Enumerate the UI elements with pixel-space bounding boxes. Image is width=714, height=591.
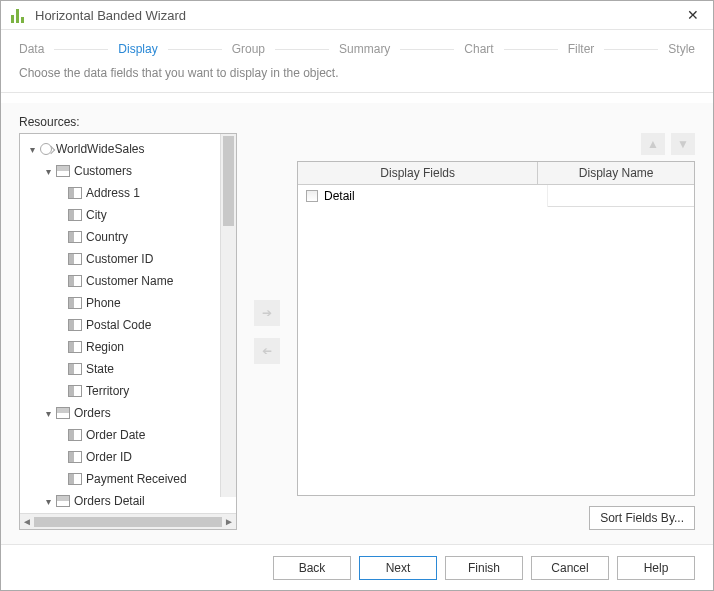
field-icon xyxy=(68,209,82,221)
help-button[interactable]: Help xyxy=(617,556,695,580)
resources-tree[interactable]: ▾WorldWideSales ▾Customers Address 1 Cit… xyxy=(19,133,237,530)
scroll-left-icon[interactable]: ◄ xyxy=(22,516,32,527)
tree-field[interactable]: Postal Code xyxy=(22,314,234,336)
tree-field[interactable]: City xyxy=(22,204,234,226)
tree-field[interactable]: Payment Received xyxy=(22,468,234,490)
field-icon xyxy=(68,363,82,375)
step-group[interactable]: Group xyxy=(232,42,265,56)
tree-field[interactable]: Address 1 xyxy=(22,182,234,204)
field-icon xyxy=(68,231,82,243)
grid-cell-label: Detail xyxy=(324,189,355,203)
tree-node-customers[interactable]: ▾Customers xyxy=(22,160,234,182)
grid-cell-name[interactable] xyxy=(548,185,694,207)
field-icon xyxy=(68,253,82,265)
tree-root[interactable]: ▾WorldWideSales xyxy=(22,138,234,160)
arrow-down-icon: ▼ xyxy=(677,137,689,151)
titlebar: Horizontal Banded Wizard ✕ xyxy=(1,1,713,30)
tree-field[interactable]: Customer Name xyxy=(22,270,234,292)
arrow-up-icon: ▲ xyxy=(647,137,659,151)
tree-field[interactable]: State xyxy=(22,358,234,380)
instruction-text: Choose the data fields that you want to … xyxy=(1,64,713,93)
step-chart[interactable]: Chart xyxy=(464,42,493,56)
database-icon xyxy=(40,143,52,155)
cancel-button[interactable]: Cancel xyxy=(531,556,609,580)
wizard-footer: Back Next Finish Cancel Help xyxy=(1,544,713,590)
arrow-right-icon: ➔ xyxy=(262,306,272,320)
grid-header-name: Display Name xyxy=(538,162,694,184)
content-area: Resources: ▾WorldWideSales ▾Customers Ad… xyxy=(1,103,713,544)
field-icon xyxy=(68,319,82,331)
display-fields-grid[interactable]: Display Fields Display Name Detail xyxy=(297,161,695,496)
field-icon xyxy=(68,187,82,199)
tree-field[interactable]: Order Date xyxy=(22,424,234,446)
step-filter[interactable]: Filter xyxy=(568,42,595,56)
tree-field[interactable]: Order ID xyxy=(22,446,234,468)
move-down-button[interactable]: ▼ xyxy=(671,133,695,155)
next-button[interactable]: Next xyxy=(359,556,437,580)
grid-header-fields: Display Fields xyxy=(298,162,538,184)
transfer-buttons: ➔ ➔ xyxy=(251,133,283,530)
tree-horizontal-scrollbar[interactable]: ◄► xyxy=(20,513,236,529)
window-title: Horizontal Banded Wizard xyxy=(35,8,683,23)
wizard-steps: Data Display Group Summary Chart Filter … xyxy=(1,30,713,64)
grid-row[interactable]: Detail xyxy=(298,185,694,207)
tree-vertical-scrollbar[interactable] xyxy=(220,134,236,497)
tree-field[interactable]: Customer ID xyxy=(22,248,234,270)
field-icon xyxy=(68,275,82,287)
step-data[interactable]: Data xyxy=(19,42,44,56)
step-display[interactable]: Display xyxy=(118,42,157,56)
field-icon xyxy=(68,473,82,485)
arrow-left-icon: ➔ xyxy=(262,344,272,358)
table-icon xyxy=(56,495,70,507)
app-logo-icon xyxy=(11,7,27,23)
sort-fields-button[interactable]: Sort Fields By... xyxy=(589,506,695,530)
finish-button[interactable]: Finish xyxy=(445,556,523,580)
field-icon xyxy=(68,429,82,441)
table-icon xyxy=(56,165,70,177)
remove-field-button[interactable]: ➔ xyxy=(254,338,280,364)
tree-field[interactable]: Territory xyxy=(22,380,234,402)
tree-node-orders-detail[interactable]: ▾Orders Detail xyxy=(22,490,234,512)
tree-field[interactable]: Region xyxy=(22,336,234,358)
grid-header: Display Fields Display Name xyxy=(298,162,694,185)
display-fields-panel: ▲ ▼ Display Fields Display Name Detail S… xyxy=(297,133,695,530)
table-icon xyxy=(56,407,70,419)
back-button[interactable]: Back xyxy=(273,556,351,580)
detail-icon xyxy=(306,190,318,202)
scroll-right-icon[interactable]: ► xyxy=(224,516,234,527)
move-up-button[interactable]: ▲ xyxy=(641,133,665,155)
step-style[interactable]: Style xyxy=(668,42,695,56)
step-summary[interactable]: Summary xyxy=(339,42,390,56)
add-field-button[interactable]: ➔ xyxy=(254,300,280,326)
resources-label: Resources: xyxy=(19,115,695,129)
tree-field[interactable]: Country xyxy=(22,226,234,248)
close-icon[interactable]: ✕ xyxy=(683,7,703,23)
field-icon xyxy=(68,297,82,309)
field-icon xyxy=(68,451,82,463)
field-icon xyxy=(68,385,82,397)
tree-field[interactable]: Phone xyxy=(22,292,234,314)
field-icon xyxy=(68,341,82,353)
tree-node-orders[interactable]: ▾Orders xyxy=(22,402,234,424)
